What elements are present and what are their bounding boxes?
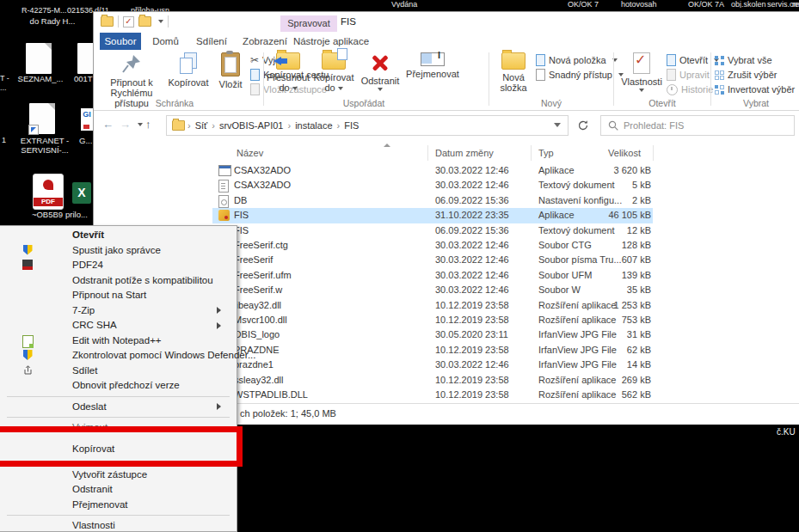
breadcrumb-item[interactable]: srvOBIS-API01 — [218, 120, 286, 131]
copy-to-icon — [322, 52, 346, 70]
context-menu-item[interactable]: Přejmenovat — [0, 498, 237, 513]
forward-button[interactable]: → — [120, 118, 131, 131]
desktop-icon-label[interactable]: SEZNAM_... — [12, 74, 69, 83]
tab-domu[interactable]: Domů — [145, 33, 186, 50]
context-menu-item[interactable]: CRC SHA — [0, 318, 237, 333]
copy-button[interactable]: Kopírovat — [166, 52, 211, 88]
desktop-icon-label[interactable]: prilo... — [65, 210, 96, 219]
history-chevron-icon[interactable] — [138, 123, 143, 126]
desktop-icon-document[interactable] — [26, 43, 52, 74]
tab-nastroje-aplikace[interactable]: Nástroje aplikace — [290, 33, 372, 50]
submenu-arrow-icon — [217, 307, 221, 314]
up-button[interactable]: ↑ — [145, 118, 151, 131]
paste-button[interactable]: Vložit — [212, 52, 249, 89]
search-input[interactable]: Prohledat: FIS — [600, 115, 795, 136]
invert-selection-button[interactable]: Invertovat výběr — [715, 83, 795, 96]
quick-access-toolbar: ✓ — [101, 15, 169, 28]
delete-button[interactable]: Odstranit — [359, 52, 402, 91]
file-size: 607 kB — [539, 254, 651, 265]
context-menu-item[interactable]: Odeslat — [0, 400, 237, 415]
folder-icon[interactable] — [138, 16, 151, 27]
desktop-icon-shortcut[interactable] — [29, 103, 55, 134]
context-menu-item[interactable]: Odstranit — [0, 482, 237, 498]
breadcrumb[interactable]: ›Síť›srvOBIS-API01›instalace›FIS — [166, 115, 569, 136]
table-row[interactable]: prazdne130.03.2022 12:46IrfanView JPG Fi… — [212, 358, 653, 372]
desktop-icon-label[interactable]: do Rady H... — [14, 16, 91, 26]
divider — [489, 52, 489, 106]
refresh-button[interactable] — [572, 115, 594, 136]
chevron-down-icon[interactable] — [158, 20, 163, 23]
edit-icon — [667, 69, 676, 81]
table-row[interactable]: PRAZDNE10.12.2019 23:58IrfanView JPG Fil… — [212, 343, 653, 358]
table-row[interactable]: FreeSerif.w30.03.2022 12:46Soubor W35 kB — [212, 283, 653, 297]
desktop-icon-gimp[interactable]: GI — [81, 108, 93, 131]
file-date: 30.05.2020 23:11 — [435, 329, 508, 339]
table-row[interactable]: ssleay32.dll10.12.2019 23:58Rozšíření ap… — [212, 373, 653, 388]
desktop-icon-label[interactable]: R-42275-M... — [22, 6, 67, 15]
context-menu-item[interactable]: Vlastnosti — [0, 518, 237, 532]
breadcrumb-item[interactable]: instalace — [293, 120, 334, 131]
easy-access-button[interactable]: Snadný přístup — [536, 68, 624, 82]
context-menu-item[interactable]: Zkontrolovat pomocí Windows Defender... — [0, 348, 237, 364]
clipboard-icon — [221, 52, 240, 76]
context-menu-item[interactable]: Edit with Notepad++ — [0, 333, 237, 349]
table-row[interactable]: FreeSerif.ufm30.03.2022 12:46Soubor UFM1… — [212, 268, 653, 283]
table-row[interactable]: WSTPADLIB.DLL10.12.2019 23:58Rozšíření a… — [212, 388, 653, 402]
column-header-date[interactable]: Datum změny — [435, 148, 494, 158]
shortcut-arrow-icon — [28, 125, 39, 135]
context-menu-item[interactable]: Připnout na Start — [0, 288, 237, 303]
file-name: FreeSerif.w — [234, 284, 282, 295]
tab-soubor[interactable]: Soubor — [100, 33, 141, 50]
new-folder-button[interactable]: Nová složka — [494, 52, 533, 93]
context-menu-item[interactable]: Spustit jako správce — [0, 243, 237, 259]
context-menu-item[interactable]: 7-Zip — [0, 303, 237, 319]
context-menu-item[interactable]: Odstranit potíže s kompatibilitou — [0, 273, 237, 289]
table-row[interactable]: OBIS_logo30.05.2020 23:11IrfanView JPG F… — [212, 327, 653, 342]
tab-sdileni[interactable]: Sdílení — [190, 33, 233, 50]
copy-icon — [178, 52, 199, 75]
chevron-down-icon — [378, 88, 383, 91]
select-none-button[interactable]: Zrušit výběr — [715, 68, 777, 82]
chevron-down-icon[interactable] — [554, 123, 561, 127]
table-row[interactable]: CSAX32ADO30.03.2022 12:46Aplikace3 620 k… — [212, 163, 653, 178]
tab-zobrazeni[interactable]: Zobrazení — [238, 33, 292, 50]
move-to-button[interactable]: Přesunout do — [266, 52, 310, 93]
context-menu-item[interactable]: Otevřít — [0, 228, 237, 243]
back-button[interactable]: ← — [102, 118, 114, 131]
group-label-new: Nový — [491, 98, 612, 108]
table-row[interactable]: FreeSerif30.03.2022 12:46Soubor písma Tr… — [212, 253, 653, 267]
context-menu-item[interactable]: PDF24 — [0, 258, 237, 273]
copy-to-button[interactable]: Kopírovat do — [312, 52, 355, 93]
table-row[interactable]: FIS31.10.2022 23:35Aplikace46 105 kB — [212, 208, 653, 223]
column-header-name[interactable]: Název — [237, 148, 263, 158]
breadcrumb-item[interactable]: FIS — [342, 120, 360, 131]
file-date: 06.09.2022 15:36 — [435, 225, 509, 235]
context-menu-item[interactable]: Sdílet — [0, 364, 237, 379]
column-header-type[interactable]: Typ — [538, 148, 554, 158]
table-row[interactable]: CSAX32ADO30.03.2022 12:46Textový dokumen… — [212, 178, 653, 193]
table-row[interactable]: libeay32.dll10.12.2019 23:58Rozšíření ap… — [212, 298, 653, 313]
context-menu-item[interactable]: Vytvořit zástupce — [0, 468, 237, 483]
rename-button[interactable]: Přejmenovat — [403, 52, 462, 79]
divider — [118, 15, 119, 28]
properties-button[interactable]: Vlastnosti — [620, 52, 663, 92]
table-row[interactable]: FIS06.09.2022 15:36Textový dokument12 kB — [212, 223, 653, 238]
column-header-size[interactable]: Velikost — [558, 148, 641, 158]
table-row[interactable]: Msvcr100.dll10.12.2019 23:58Rozšíření ap… — [212, 313, 653, 327]
file-size: 14 kB — [539, 359, 651, 370]
sort-ascending-icon — [384, 144, 390, 147]
table-row[interactable]: FreeSerif.ctg30.03.2022 12:46Soubor CTG1… — [212, 238, 653, 253]
menu-separator — [7, 396, 230, 397]
folder-icon[interactable] — [101, 16, 114, 27]
table-row[interactable]: DB06.09.2022 15:36Nastavení konfigu...2 … — [212, 193, 653, 208]
context-menu-item[interactable]: Obnovit předchozí verze — [0, 378, 237, 394]
desktop-icon-excel[interactable]: X — [72, 182, 91, 204]
breadcrumb-item[interactable]: Síť — [194, 120, 210, 131]
new-item-button[interactable]: Nová položka — [536, 53, 618, 67]
desktop-icon-label[interactable]: EXTRANET - SERVISNÍ-... — [9, 136, 81, 155]
breadcrumb-separator: › — [185, 120, 194, 131]
divider — [531, 145, 532, 161]
desktop-icon-pdf[interactable] — [33, 174, 64, 210]
checkbox-icon[interactable]: ✓ — [123, 16, 134, 28]
select-all-button[interactable]: Vybrat vše — [715, 53, 772, 67]
